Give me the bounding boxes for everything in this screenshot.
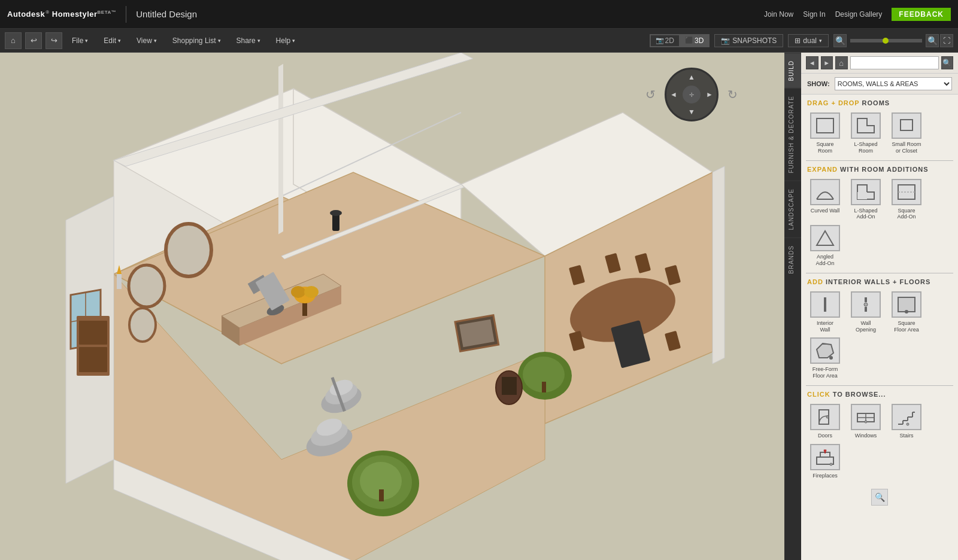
fullscreen-button[interactable]: ⛶: [940, 34, 953, 47]
browse-rest: TO BROWSE...: [833, 391, 886, 398]
sidebar-magnify-icon[interactable]: 🔍: [871, 489, 888, 506]
panel-home-button[interactable]: ⌂: [835, 56, 848, 69]
svg-point-45: [129, 265, 165, 307]
home-button[interactable]: ⌂: [5, 32, 22, 49]
redo-button[interactable]: ↪: [46, 32, 62, 49]
fireplaces-label: Fireplaces: [813, 473, 838, 479]
view-2d-label: 2D: [665, 36, 674, 45]
share-menu[interactable]: Share ▾: [231, 34, 266, 47]
l-shaped-addon-item[interactable]: L-ShapedAdd-On: [848, 179, 884, 221]
edit-menu[interactable]: Edit ▾: [98, 34, 127, 47]
svg-rect-48: [117, 274, 122, 289]
small-room-label: Small Roomor Closet: [892, 141, 921, 154]
furnish-decorate-tab[interactable]: FURNISH & DECORATE: [784, 88, 801, 181]
dual-arrow: ▾: [819, 38, 822, 44]
angled-addon-item[interactable]: AngledAdd-On: [807, 225, 843, 267]
square-room-item[interactable]: SquareRoom: [807, 112, 843, 154]
svg-point-89: [865, 421, 867, 423]
file-menu[interactable]: File ▾: [66, 34, 94, 47]
nav-left-button[interactable]: ◄: [670, 90, 677, 99]
square-room-icon: [810, 112, 840, 139]
svg-rect-55: [79, 321, 107, 345]
zoom-in-button[interactable]: 🔍: [926, 34, 939, 47]
square-addon-svg: [896, 182, 917, 202]
square-addon-item[interactable]: SquareAdd-On: [889, 179, 924, 221]
svg-point-83: [829, 356, 833, 360]
stairs-label: Stairs: [899, 433, 913, 439]
logo-text: Autodesk® HomestylerBETA™: [7, 10, 116, 19]
join-now-link[interactable]: Join Now: [764, 10, 793, 19]
brands-tab[interactable]: BRANDS: [784, 238, 801, 281]
nav-right-button[interactable]: ►: [706, 90, 713, 99]
zoom-out-button[interactable]: 🔍: [833, 34, 847, 47]
dual-button[interactable]: ⊞ dual ▾: [788, 34, 829, 47]
expand-label: EXPAND: [807, 166, 838, 173]
small-room-item[interactable]: Small Roomor Closet: [889, 112, 924, 154]
sign-in-link[interactable]: Sign In: [803, 10, 825, 19]
view-3d-label: 3D: [695, 36, 704, 45]
canvas-area[interactable]: ▲ ▼ ◄ ► ✛ ↺ ↻: [0, 53, 784, 560]
square-floor-item[interactable]: SquareFloor Area: [889, 291, 924, 333]
free-form-floor-item[interactable]: Free-FormFloor Area: [807, 337, 843, 379]
rooms-grid: SquareRoom L-ShapedRoom: [801, 109, 958, 160]
menu-bar-left: ⌂ ↩ ↪ File ▾ Edit ▾ View ▾ Shopping List…: [5, 32, 301, 49]
svg-marker-82: [817, 343, 833, 358]
landscape-tab[interactable]: LANDSCAPE: [784, 181, 801, 238]
svg-marker-16: [713, 166, 724, 364]
build-tab[interactable]: BUILD: [784, 53, 801, 88]
view-menu-arrow: ▾: [154, 38, 157, 44]
title-divider: [126, 6, 126, 23]
click-label: CLICK: [807, 391, 830, 398]
nav-center[interactable]: ✛: [683, 86, 701, 104]
l-shaped-room-item[interactable]: L-ShapedRoom: [848, 112, 884, 154]
zoom-controls: 🔍 🔍 ⛶: [833, 34, 953, 47]
nav-up-button[interactable]: ▲: [688, 73, 695, 81]
dual-label: dual: [803, 36, 817, 45]
l-shaped-addon-label: L-ShapedAdd-On: [854, 208, 877, 221]
redo-icon: ↪: [51, 36, 57, 45]
curved-wall-svg: [814, 182, 836, 202]
view-3d-toggle[interactable]: ⬛ 3D: [680, 35, 709, 47]
floor-plan-canvas[interactable]: [0, 53, 784, 560]
curved-wall-item[interactable]: Curved Wall: [807, 179, 843, 221]
help-menu-arrow: ▾: [292, 38, 295, 44]
help-menu-label: Help: [276, 36, 291, 45]
wall-opening-item[interactable]: WallOpening: [848, 291, 884, 333]
view-2d-toggle[interactable]: 📷 2D: [650, 35, 680, 47]
stairs-item[interactable]: Stairs: [889, 404, 924, 439]
curved-wall-label: Curved Wall: [811, 208, 840, 214]
shopping-list-menu[interactable]: Shopping List ▾: [166, 34, 227, 47]
edit-menu-arrow: ▾: [118, 38, 121, 44]
panel-back-button[interactable]: ◄: [806, 56, 818, 69]
angled-addon-icon: [810, 225, 840, 251]
furnish-decorate-label: FURNISH & DECORATE: [788, 96, 795, 174]
nav-down-button[interactable]: ▼: [688, 108, 695, 116]
doors-item[interactable]: Doors: [807, 404, 843, 439]
panel-navigation: ◄ ► ⌂ 🔍: [801, 53, 958, 74]
windows-item[interactable]: Windows: [848, 404, 884, 439]
rotate-left-button[interactable]: ↺: [645, 87, 656, 102]
stairs-svg: [896, 407, 917, 427]
svg-point-97: [907, 423, 909, 425]
feedback-button[interactable]: FEEDBACK: [892, 8, 951, 21]
rotate-right-button[interactable]: ↻: [727, 87, 738, 102]
panel-search-input[interactable]: [850, 56, 939, 69]
design-gallery-link[interactable]: Design Gallery: [835, 10, 883, 19]
square-addon-label: SquareAdd-On: [897, 208, 915, 221]
fireplaces-item[interactable]: Fireplaces: [807, 444, 843, 479]
edit-menu-label: Edit: [104, 36, 116, 45]
interior-wall-item[interactable]: InteriorWall: [807, 291, 843, 333]
undo-button[interactable]: ↩: [25, 32, 42, 49]
svg-rect-37: [542, 382, 546, 392]
snapshots-button[interactable]: 📷 SNAPSHOTS: [714, 34, 783, 47]
zoom-slider[interactable]: [850, 39, 922, 42]
help-menu[interactable]: Help ▾: [270, 34, 302, 47]
magnify-icon: 🔍: [875, 492, 885, 502]
svg-rect-14: [278, 64, 283, 235]
show-dropdown[interactable]: ROOMS, WALLS & AREAS ALL FLOORS ONLY: [835, 77, 952, 90]
show-row: SHOW: ROOMS, WALLS & AREAS ALL FLOORS ON…: [801, 74, 958, 95]
logo-trademark: ®: [46, 10, 49, 15]
panel-forward-button[interactable]: ►: [821, 56, 833, 69]
panel-search-button[interactable]: 🔍: [941, 56, 954, 69]
view-menu[interactable]: View ▾: [131, 34, 163, 47]
